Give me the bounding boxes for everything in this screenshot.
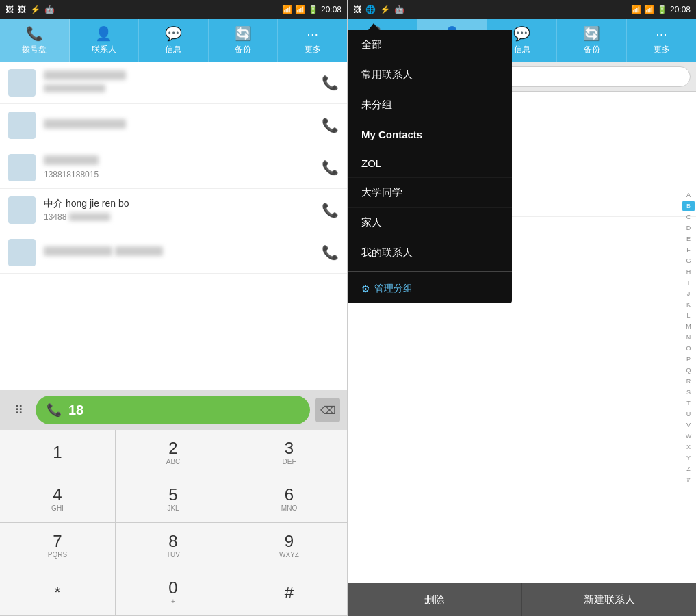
grid-icon[interactable]: ⠿ xyxy=(7,398,30,422)
list-item[interactable]: 📞 xyxy=(0,104,347,146)
key-hash[interactable]: # xyxy=(231,569,347,616)
alpha-X[interactable]: X xyxy=(682,441,695,452)
key-letters: MNO xyxy=(281,504,297,512)
contact-number: 138818188015 xyxy=(44,170,99,179)
alpha-W[interactable]: W xyxy=(682,431,695,441)
more-icon-left: ··· xyxy=(307,26,318,42)
dropdown-item-mycontacts-cn[interactable]: 我的联系人 xyxy=(348,238,512,268)
contact-num-blurred xyxy=(69,213,110,221)
alpha-D[interactable]: D xyxy=(682,222,695,233)
tab-dialpad-left[interactable]: 📞 拨号盘 xyxy=(0,19,70,62)
alpha-U[interactable]: U xyxy=(682,409,695,420)
dropdown-item-mycontacts[interactable]: My Contacts xyxy=(348,120,512,149)
alphabet-index: A B C D E F G H I J K L M N O P Q R S T … xyxy=(681,92,696,583)
contact-name-blurred xyxy=(44,155,99,165)
list-item[interactable]: 📞 xyxy=(0,62,347,104)
alpha-P[interactable]: P xyxy=(682,354,695,365)
alpha-G[interactable]: G xyxy=(682,255,695,266)
alpha-Q[interactable]: Q xyxy=(682,365,695,376)
key-5[interactable]: 5 JKL xyxy=(116,476,231,523)
alpha-C[interactable]: C xyxy=(682,211,695,222)
alpha-H[interactable]: H xyxy=(682,266,695,277)
tab-messages-left[interactable]: 💬 信息 xyxy=(139,19,209,62)
dropdown-item-frequent[interactable]: 常用联系人 xyxy=(348,60,512,90)
alpha-F[interactable]: F xyxy=(682,244,695,255)
backspace-button[interactable]: ⌫ xyxy=(315,398,340,422)
contact-info xyxy=(44,246,322,259)
dropdown-item-all[interactable]: 全部 xyxy=(348,30,512,60)
alpha-Z[interactable]: Z xyxy=(682,463,695,474)
key-star[interactable]: * xyxy=(0,569,116,616)
alpha-hash[interactable]: # xyxy=(682,474,695,485)
tab-more-right[interactable]: ··· 更多 xyxy=(627,19,696,62)
call-icon[interactable]: 📞 xyxy=(322,202,339,218)
key-4[interactable]: 4 GHI xyxy=(0,476,116,523)
tab-contacts-left[interactable]: 👤 联系人 xyxy=(70,19,140,62)
key-6[interactable]: 6 MNO xyxy=(231,476,347,523)
media-icon2: 🌐 xyxy=(365,5,376,14)
keypad: 1 2 ABC 3 DEF 4 GHI 5 JKL 6 MNO xyxy=(0,430,347,616)
key-num: 1 xyxy=(53,444,62,461)
screenshot-icon2: 🖼 xyxy=(353,5,361,14)
tab-more-left[interactable]: ··· 更多 xyxy=(278,19,347,62)
alpha-L[interactable]: L xyxy=(682,310,695,321)
key-num: # xyxy=(285,585,294,601)
usb-icon2: ⚡ xyxy=(380,5,390,14)
dropdown-manage-button[interactable]: ⚙ 管理分组 xyxy=(348,274,512,303)
list-item[interactable]: 138818188015 📞 xyxy=(0,146,347,189)
alpha-V[interactable]: V xyxy=(682,420,695,431)
key-letters: WXYZ xyxy=(279,551,299,559)
alpha-M[interactable]: M xyxy=(682,321,695,332)
call-icon[interactable]: 📞 xyxy=(322,117,339,133)
key-1[interactable]: 1 xyxy=(0,430,116,476)
screenshot-icon: 🖼 xyxy=(5,5,14,14)
key-letters: TUV xyxy=(166,551,180,559)
alpha-K[interactable]: K xyxy=(682,299,695,310)
key-num: * xyxy=(54,585,60,601)
call-icon[interactable]: 📞 xyxy=(322,159,339,176)
call-icon[interactable]: 📞 xyxy=(322,244,339,261)
alpha-E[interactable]: E xyxy=(682,233,695,244)
key-2[interactable]: 2 ABC xyxy=(116,430,231,476)
dropdown-item-family[interactable]: 家人 xyxy=(348,208,512,238)
alpha-N[interactable]: N xyxy=(682,332,695,343)
tab-backup-right[interactable]: 🔄 备份 xyxy=(557,19,627,62)
right-status-bar: 🖼 🌐 ⚡ 🤖 📶 📶 🔋 20:08 xyxy=(348,0,696,19)
alpha-Y[interactable]: Y xyxy=(682,452,695,463)
dropdown-manage-label: 管理分组 xyxy=(374,283,413,295)
dropdown-menu: 全部 常用联系人 未分组 My Contacts ZOL 大学同学 家人 我的联… xyxy=(348,30,512,303)
tab-backup-left[interactable]: 🔄 备份 xyxy=(209,19,279,62)
key-8[interactable]: 8 TUV xyxy=(116,523,231,569)
list-item[interactable]: 📞 xyxy=(0,231,347,274)
key-7[interactable]: 7 PQRS xyxy=(0,523,116,569)
tab-more-label-left: 更多 xyxy=(305,44,321,55)
new-contact-button[interactable]: 新建联系人 xyxy=(521,583,696,616)
dialer-input-button[interactable]: 📞 18 xyxy=(36,396,310,424)
tab-more-label-right: 更多 xyxy=(654,44,670,55)
alpha-I[interactable]: I xyxy=(682,277,695,288)
key-0[interactable]: 0 + xyxy=(116,569,231,616)
alpha-T[interactable]: T xyxy=(682,398,695,409)
dropdown-item-ungrouped[interactable]: 未分组 xyxy=(348,90,512,120)
signal-icon2: 📶 xyxy=(644,5,654,14)
list-item[interactable]: 中介 hong jie ren bo 13488 📞 xyxy=(0,189,347,231)
alpha-B[interactable]: B xyxy=(682,201,695,211)
call-icon[interactable]: 📞 xyxy=(322,75,339,91)
alpha-A[interactable]: A xyxy=(682,190,695,201)
alpha-J[interactable]: J xyxy=(682,288,695,299)
key-9[interactable]: 9 WXYZ xyxy=(231,523,347,569)
alpha-O[interactable]: O xyxy=(682,343,695,354)
left-panel: 🖼 🖼 ⚡ 🤖 📶 📶 🔋 20:08 📞 拨号盘 👤 联系人 💬 信息 🔄 备 xyxy=(0,0,348,616)
contact-info: 138818188015 xyxy=(44,155,322,180)
dropdown-item-zol[interactable]: ZOL xyxy=(348,149,512,178)
alpha-S[interactable]: S xyxy=(682,387,695,398)
alpha-R[interactable]: R xyxy=(682,376,695,387)
key-3[interactable]: 3 DEF xyxy=(231,430,347,476)
dropdown-item-university[interactable]: 大学同学 xyxy=(348,178,512,208)
tab-messages-label-left: 信息 xyxy=(165,44,181,55)
delete-button[interactable]: 删除 xyxy=(348,583,521,616)
messages-icon-left: 💬 xyxy=(165,25,182,42)
key-num: 2 xyxy=(168,440,177,457)
contact-name-blurred2 xyxy=(115,246,163,256)
contacts-icon-left: 👤 xyxy=(95,25,112,42)
